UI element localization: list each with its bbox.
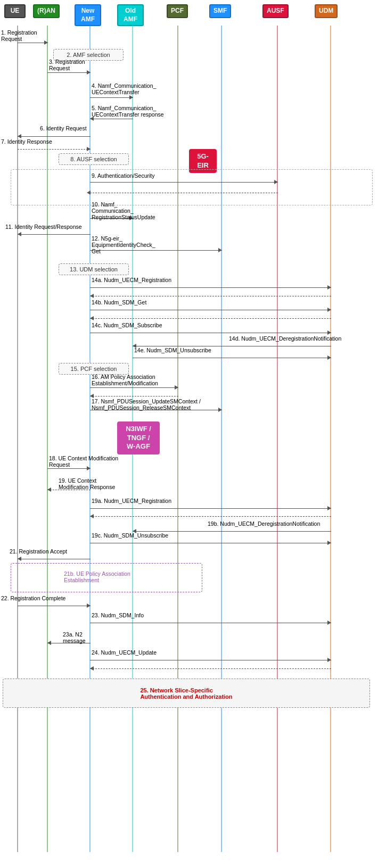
label-msg-21b: 21b. UE Policy AssociationEstablishment	[64, 571, 130, 583]
label-msg-19: 19. UE ContextModification Response	[59, 477, 115, 490]
label-msg-22: 22. Registration Complete	[1, 595, 65, 601]
label-msg-14b: 14b. Nudm_SDM_Get	[92, 299, 146, 305]
label-msg-14d: 14d. Nudm_UECM_DeregistrationNotificatio…	[229, 335, 341, 342]
lifeline-udm	[330, 26, 331, 852]
label-msg-9: 9. Authentication/Security	[92, 172, 155, 179]
label-msg-1: 1. RegistrationRequest	[1, 29, 37, 42]
sequence-diagram: UE (R)AN NewAMF OldAMF PCF SMF AUSF UDM …	[0, 0, 378, 868]
actor-pcf: PCF	[167, 4, 188, 18]
label-msg-12: 12. N5g-eir_EquipmentIdentityCheck_Get	[92, 235, 155, 254]
label-msg-23a: 23a. N2message	[63, 631, 86, 644]
lifeline-pcf	[177, 26, 178, 852]
lifeline-ausf	[277, 26, 278, 852]
actor-ue: UE	[4, 4, 26, 18]
actor-udm: UDM	[315, 4, 338, 18]
auth-arrow-right	[274, 180, 278, 184]
label-msg-11: 11. Identity Request/Response	[5, 224, 82, 230]
label-msg-17: 17. Nsmf_PDUSession_UpdateSMContext /Nsm…	[92, 398, 201, 411]
label-msg-3: 3. RegistrationRequest	[49, 59, 85, 71]
label-msg-18: 18. UE Context ModificationRequest	[49, 455, 118, 468]
lifeline-smf	[221, 26, 222, 852]
label-msg-5: 5. Namf_Communication_UEContextTransfer …	[92, 105, 164, 118]
label-msg-23: 23. Nudm_SDM_Info	[92, 612, 144, 618]
slice-box: 25. Network Slice-SpecificAuthentication…	[3, 679, 370, 708]
actor-ausf: AUSF	[262, 4, 289, 18]
actor-ran: (R)AN	[33, 4, 60, 18]
auth-line-right	[90, 182, 278, 183]
label-msg-21: 21. Registration Accept	[10, 548, 67, 555]
label-msg-14a: 14a. Nudm_UECM_Registration	[92, 277, 171, 283]
label-msg-19c: 19c. Nudm_SDM_Unsubscribe	[92, 532, 168, 539]
auth-box	[11, 169, 373, 205]
label-msg-14c: 14c. Nudm_SDM_Subscribe	[92, 322, 162, 328]
selection-box-pcf: 15. PCF selection	[59, 363, 129, 375]
label-msg-19b: 19b. Nudm_UECM_DeregistrationNotificatio…	[208, 520, 320, 527]
selection-box-ausf: 8. AUSF selection	[59, 153, 129, 165]
label-msg-25: 25. Network Slice-SpecificAuthentication…	[137, 684, 235, 702]
auth-arrow-left	[87, 191, 91, 195]
label-msg-19a: 19a. Nudm_UECM_Registration	[92, 498, 171, 504]
label-msg-16: 16. AM Policy AssociationEstablishment/M…	[92, 374, 158, 386]
label-msg-24: 24. Nudm_UECM_Update	[92, 649, 157, 656]
label-msg-6: 6. Identity Request	[40, 125, 87, 131]
label-msg-7: 7. Identity Response	[1, 138, 52, 145]
box-n3iwf: N3IWF /TNGF /W-AGF	[117, 421, 160, 454]
label-msg-10: 10. Namf_Communication_RegistrationStatu…	[92, 201, 155, 220]
actor-old-amf: OldAMF	[117, 4, 144, 26]
label-msg-14e: 14e. Nudm_SDM_Unsubscribe	[134, 347, 211, 353]
auth-line-left	[90, 193, 278, 193]
actor-new-amf: NewAMF	[75, 4, 101, 26]
actor-smf: SMF	[209, 4, 231, 18]
label-msg-4: 4. Namf_Communication_UEContextTransfer	[92, 82, 156, 95]
selection-box-udm: 13. UDM selection	[59, 263, 129, 275]
